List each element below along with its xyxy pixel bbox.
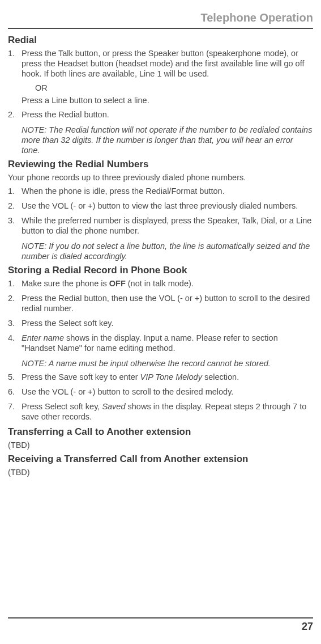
redial-note: NOTE: The Redial function will not opera… bbox=[8, 125, 313, 155]
storing-step-3: Press the Select soft key. bbox=[8, 318, 313, 328]
redial-or: OR bbox=[8, 83, 313, 92]
reviewing-step-3: While the preferred number is displayed,… bbox=[8, 215, 313, 236]
reviewing-intro: Your phone records up to three previousl… bbox=[8, 172, 313, 183]
heading-redial: Redial bbox=[8, 35, 313, 46]
redial-or-line: Press a Line button to select a line. bbox=[8, 96, 313, 105]
storing-step-6: Use the VOL (- or +) button to scroll to… bbox=[8, 387, 313, 397]
step5-text-c: selection. bbox=[202, 372, 239, 382]
transferring-body: (TBD) bbox=[8, 440, 313, 450]
page-number: 27 bbox=[8, 617, 313, 633]
receiving-body: (TBD) bbox=[8, 467, 313, 477]
step5-text-a: Press the Save soft key to enter bbox=[22, 372, 140, 382]
redial-steps-2: Press the Redial button. bbox=[8, 109, 313, 120]
reviewing-note: NOTE: If you do not select a line button… bbox=[8, 241, 313, 261]
heading-reviewing: Reviewing the Redial Numbers bbox=[8, 159, 313, 170]
redial-step-2: Press the Redial button. bbox=[8, 109, 313, 120]
storing-step-2: Press the Redial button, then use the VO… bbox=[8, 293, 313, 313]
step1-text-c: (not in talk mode). bbox=[126, 279, 194, 288]
heading-storing: Storing a Redial Record in Phone Book bbox=[8, 265, 313, 276]
storing-note: NOTE: A name must be input otherwise the… bbox=[8, 358, 313, 368]
step7-saved: Saved bbox=[102, 402, 125, 411]
step1-text-a: Make sure the phone is bbox=[22, 279, 109, 288]
reviewing-steps: When the phone is idle, press the Redial… bbox=[8, 186, 313, 236]
storing-step-5: Press the Save soft key to enter VIP Ton… bbox=[8, 372, 313, 382]
heading-transferring: Transferring a Call to Another extension bbox=[8, 426, 313, 438]
heading-receiving: Receiving a Transferred Call from Anothe… bbox=[8, 454, 313, 465]
step5-vip-tone: VIP Tone Melody bbox=[140, 372, 202, 382]
storing-step-4: Enter name shows in the display. Input a… bbox=[8, 333, 313, 353]
storing-steps: Make sure the phone is OFF (not in talk … bbox=[8, 278, 313, 354]
header-title: Telephone Operation bbox=[8, 11, 313, 29]
storing-step-1: Make sure the phone is OFF (not in talk … bbox=[8, 278, 313, 289]
storing-steps-5: Press the Save soft key to enter VIP Ton… bbox=[8, 372, 313, 422]
reviewing-step-2: Use the VOL (- or +) button to view the … bbox=[8, 201, 313, 211]
step7-text-a: Press Select soft key, bbox=[22, 402, 102, 411]
redial-step-1: Press the Talk button, or press the Spea… bbox=[8, 48, 313, 79]
step1-text-off: OFF bbox=[109, 279, 126, 288]
reviewing-step-1: When the phone is idle, press the Redial… bbox=[8, 186, 313, 196]
redial-steps: Press the Talk button, or press the Spea… bbox=[8, 48, 313, 79]
storing-step-7: Press Select soft key, Saved shows in th… bbox=[8, 401, 313, 422]
step4-enter-name: Enter name bbox=[22, 333, 64, 342]
